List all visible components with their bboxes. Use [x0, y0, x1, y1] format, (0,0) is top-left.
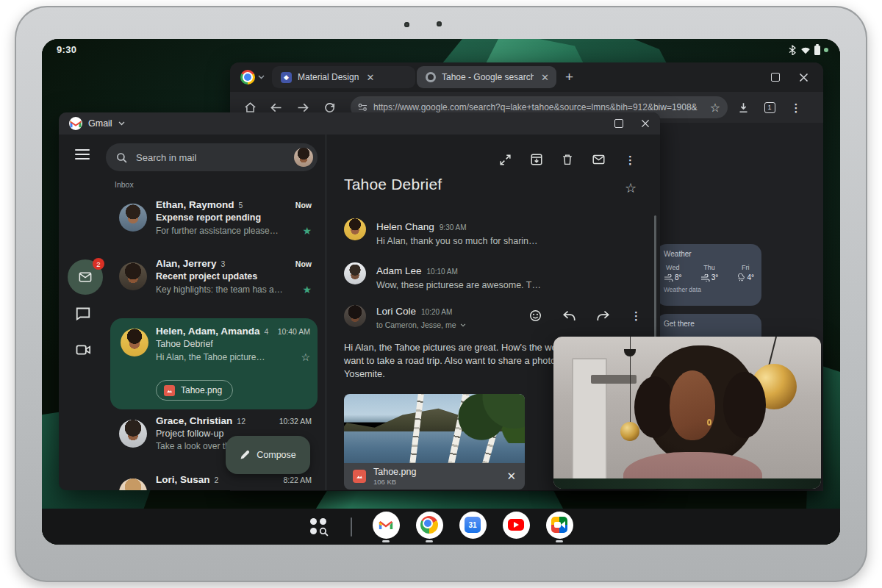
download-filesize: 106 KB: [373, 478, 416, 486]
message-header[interactable]: Helen Chang9:30 AM Hi Alan, thank you so…: [376, 220, 538, 246]
reload-button[interactable]: [318, 102, 340, 113]
front-mic: [437, 21, 442, 26]
mail-snippet: For further assistance please…: [156, 226, 302, 236]
attachment-chip[interactable]: Tahoe.png: [156, 380, 233, 401]
chevron-down-icon: [258, 75, 265, 79]
rail-meet-tab[interactable]: [74, 344, 93, 356]
search-icon: [116, 152, 127, 163]
delete-icon[interactable]: [562, 154, 573, 165]
taskbar-app-calendar[interactable]: 31: [459, 512, 487, 542]
attachment-name: Tahoe.png: [181, 385, 222, 395]
tab-tahoe-search[interactable]: Tahoe - Google sesarch ✕: [417, 66, 556, 88]
mail-list-item[interactable]: Alan, Jerrery3Now Recent project updates…: [109, 258, 318, 315]
message-recipients: to Cameron, Jesse, me: [376, 320, 456, 329]
message-avatar: [344, 262, 366, 284]
new-tab-button[interactable]: +: [565, 69, 573, 85]
forward-button[interactable]: [292, 103, 314, 112]
message-avatar: [344, 305, 366, 327]
tab-material-design[interactable]: ◆ Material Design ✕: [272, 66, 415, 88]
wifi-icon: [800, 46, 811, 54]
message-time: 9:30 AM: [440, 223, 467, 232]
chevron-down-icon[interactable]: [460, 323, 466, 327]
message-header[interactable]: Adam Lee10:10 AM Wow, these picturese ar…: [376, 264, 541, 290]
browser-more-menu[interactable]: ⋮: [785, 102, 807, 113]
compose-button[interactable]: Compose: [226, 436, 310, 474]
star-icon[interactable]: ★: [302, 225, 312, 237]
material-design-favicon: ◆: [281, 72, 292, 83]
status-bar: 9:30: [42, 39, 840, 61]
browser-menu-button[interactable]: [230, 70, 272, 85]
taskbar-app-youtube[interactable]: [503, 512, 530, 542]
thread-more-menu[interactable]: ⋮: [625, 154, 636, 165]
tab-close-icon[interactable]: ✕: [365, 72, 374, 83]
star-icon[interactable]: ☆: [301, 351, 310, 363]
message-sender: Lori Cole: [376, 306, 416, 317]
rail-chat-tab[interactable]: [74, 307, 93, 320]
youtube-icon: [508, 519, 524, 531]
email-body-line: want to take a road trip. Also want to s…: [344, 355, 561, 366]
tab-close-icon[interactable]: ✕: [539, 72, 549, 83]
expand-icon[interactable]: [500, 154, 511, 165]
mail-list-item[interactable]: Lori, Susan28:22 AM: [109, 474, 318, 490]
sender-avatar: [119, 420, 147, 448]
menu-hamburger-button[interactable]: [75, 149, 90, 159]
running-indicator: [512, 540, 520, 542]
weather-temp: 4°: [747, 273, 754, 282]
emoji-icon[interactable]: [529, 309, 542, 322]
taskbar: 31: [42, 509, 840, 545]
mail-list-item-selected[interactable]: Helen, Adam, Amanda410:40 AM Tahoe Debri…: [110, 318, 318, 409]
reply-icon[interactable]: [563, 310, 576, 321]
get-there-title: Get there: [664, 320, 754, 328]
account-avatar[interactable]: [294, 148, 313, 167]
chevron-down-icon[interactable]: [118, 121, 125, 126]
bluetooth-icon: [788, 45, 797, 55]
gmail-titlebar: Gmail: [59, 112, 660, 135]
tahoe-tab-favicon: [426, 72, 436, 82]
weather-day: Thu: [703, 264, 715, 271]
star-icon[interactable]: ★: [302, 284, 312, 295]
thread-count: 2: [215, 476, 219, 484]
running-indicator: [426, 540, 433, 542]
mail-search-field[interactable]: Search in mail: [106, 143, 318, 171]
battery-icon: [814, 46, 820, 55]
archive-icon[interactable]: [531, 154, 542, 165]
message-header[interactable]: Lori Cole10:20 AM to Cameron, Jesse, me: [376, 304, 466, 329]
bookmark-star-icon[interactable]: ☆: [710, 101, 720, 115]
taskbar-app-meet[interactable]: [546, 512, 573, 542]
site-info-icon[interactable]: [358, 103, 368, 112]
message-time: 10:20 AM: [421, 308, 452, 316]
download-close-icon[interactable]: ✕: [506, 470, 516, 483]
weather-day: Wed: [666, 264, 679, 271]
taskbar-app-chrome[interactable]: [416, 512, 443, 542]
close-window-button[interactable]: [799, 73, 808, 82]
thread-star-icon[interactable]: ☆: [625, 180, 637, 196]
home-button[interactable]: [239, 101, 261, 113]
running-indicator: [469, 540, 476, 542]
front-camera: [404, 22, 409, 27]
app-drawer-button[interactable]: [309, 517, 329, 537]
tab-label: Tahoe - Google sesarch: [442, 72, 534, 82]
tab-label: Material Design: [298, 72, 359, 82]
envelope-icon[interactable]: [592, 154, 605, 165]
gmail-close-button[interactable]: [641, 119, 650, 128]
forward-icon[interactable]: [597, 310, 609, 321]
taskbar-app-gmail[interactable]: [373, 512, 400, 542]
mail-list-item[interactable]: Ethan, Raymond5Now Expense report pendin…: [109, 199, 318, 257]
rail-mail-tab[interactable]: 2: [68, 259, 103, 295]
back-button[interactable]: [265, 103, 287, 112]
download-bar[interactable]: Tahoe.png 106 KB ✕: [344, 463, 525, 490]
weather-card[interactable]: Weather Wed 8° Thu 3° Fri 4° Weather dat…: [656, 244, 761, 306]
image-attachment-icon: [164, 385, 175, 396]
tab-switcher-button[interactable]: 1: [759, 102, 781, 113]
weather-title: Weather: [664, 250, 754, 258]
thread-count: 4: [265, 327, 269, 336]
maximize-button[interactable]: [771, 73, 780, 82]
message-sender: Helen Chang: [376, 221, 434, 232]
gmail-maximize-button[interactable]: [614, 119, 623, 128]
message-more-menu[interactable]: ⋮: [631, 310, 642, 321]
download-button[interactable]: [732, 102, 754, 113]
thread-count: 3: [221, 259, 226, 268]
weather-day: Fri: [742, 264, 750, 271]
pencil-icon: [240, 450, 250, 460]
video-call-window[interactable]: [553, 337, 821, 489]
